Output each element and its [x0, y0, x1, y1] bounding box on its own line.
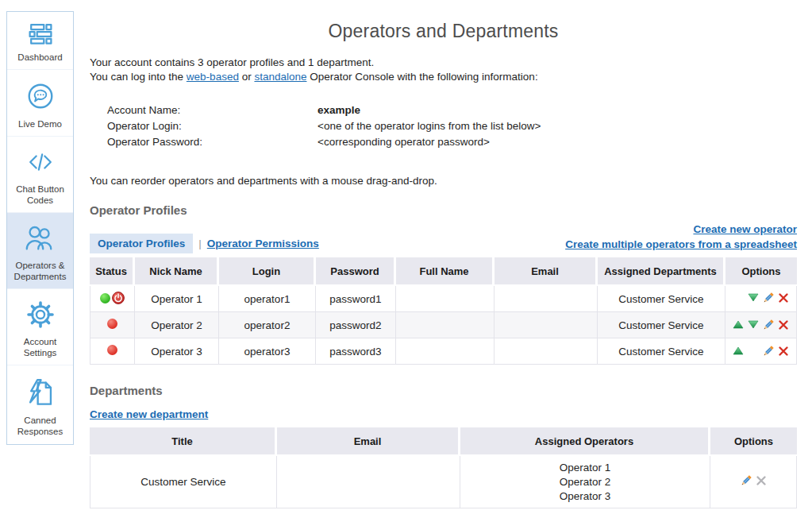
sidebar-item-account-settings[interactable]: Account Settings [7, 288, 73, 365]
sidebar-item-operators-departments[interactable]: Operators & Departments [7, 212, 73, 288]
operator-row: Operator 1 operator1 password1 Customer … [90, 286, 797, 312]
operator-row: Operator 2 operator2 password2 Customer … [90, 312, 797, 338]
operator-login-value: <one of the operator logins from the lis… [317, 118, 541, 134]
department-title-cell: Customer Service [90, 456, 277, 508]
standalone-link[interactable]: standalone [254, 71, 306, 83]
power-icon[interactable] [112, 292, 125, 304]
operator-login-label: Operator Login: [107, 118, 317, 134]
departments-table: Title Email Assigned Operators Options C… [90, 427, 797, 508]
live-demo-icon [27, 76, 54, 116]
tab-operator-profiles[interactable]: Operator Profiles [90, 234, 193, 253]
sidebar-item-label: Account Settings [9, 336, 71, 358]
create-new-department-link[interactable]: Create new department [90, 408, 208, 420]
delete-x-icon[interactable] [776, 318, 791, 331]
sidebar-item-label: Canned Responses [9, 415, 71, 437]
sidebar-item-canned-responses[interactable]: Canned Responses [7, 365, 73, 444]
options-cell [710, 456, 797, 508]
operator-action-links: Create new operator Create multiple oper… [565, 222, 797, 253]
sidebar-item-label: Operators & Departments [9, 260, 71, 282]
page-title: Operators and Departments [90, 21, 797, 42]
credentials-block: Account Name: example Operator Login: <o… [107, 102, 797, 150]
status-offline-icon [107, 319, 117, 329]
intro-line-2: You can log into the web-based or standa… [90, 70, 797, 84]
delete-x-disabled-icon [753, 474, 768, 488]
nick-name-cell: Operator 3 [135, 338, 219, 365]
options-cell [725, 312, 797, 338]
move-up-icon[interactable] [731, 344, 746, 358]
edit-pencil-icon[interactable] [761, 344, 776, 358]
operators-tabs: Operator Profiles | Operator Permissions [90, 234, 319, 253]
operators-table: Status Nick Name Login Password Full Nam… [90, 257, 797, 365]
department-email-cell [277, 456, 460, 508]
nick-name-cell: Operator 2 [135, 312, 219, 338]
assigned-departments-cell: Customer Service [598, 338, 725, 365]
tab-operator-permissions[interactable]: Operator Permissions [207, 238, 319, 249]
password-cell: password3 [316, 338, 396, 365]
account-settings-icon [26, 296, 55, 334]
intro-line-1: Your account contains 3 operator profile… [90, 56, 797, 70]
operators-departments-icon [25, 219, 56, 257]
assigned-operators-cell: Operator 1 Operator 2 Operator 3 [460, 456, 710, 508]
tab-separator: | [198, 238, 202, 249]
password-cell: password2 [316, 312, 396, 338]
create-multiple-operators-link[interactable]: Create multiple operators from a spreads… [565, 238, 797, 250]
login-cell: operator1 [219, 286, 316, 312]
operator-row: Operator 3 operator3 password3 Customer … [90, 338, 797, 365]
credential-row: Operator Password: <corresponding operat… [107, 134, 797, 150]
assigned-operator: Operator 3 [460, 489, 710, 504]
assigned-departments-cell: Customer Service [598, 312, 725, 338]
col-status: Status [90, 257, 135, 286]
col-options: Options [725, 257, 797, 286]
reorder-note: You can reorder operators and department… [90, 175, 797, 187]
col-email: Email [495, 257, 598, 286]
canned-responses-icon [27, 373, 54, 412]
login-cell: operator2 [219, 312, 316, 338]
col-login: Login [219, 257, 316, 286]
edit-pencil-icon[interactable] [761, 291, 776, 304]
create-new-operator-link[interactable]: Create new operator [693, 223, 797, 235]
email-cell [495, 312, 598, 338]
move-down-icon[interactable] [746, 291, 761, 304]
credential-row: Account Name: example [107, 102, 797, 118]
email-cell [495, 338, 598, 365]
departments-heading: Departments [90, 384, 797, 397]
col-assigned-operators: Assigned Operators [460, 427, 710, 456]
web-based-link[interactable]: web-based [187, 71, 239, 83]
edit-pencil-icon[interactable] [738, 474, 753, 488]
move-up-icon[interactable] [731, 318, 746, 331]
sidebar-item-live-demo[interactable]: Live Demo [7, 69, 73, 136]
department-row: Customer Service Operator 1 Operator 2 O… [90, 456, 797, 508]
credential-row: Operator Login: <one of the operator log… [107, 118, 797, 134]
main-content: Operators and Departments Your account c… [90, 0, 797, 508]
status-cell [90, 286, 135, 312]
operator-password-label: Operator Password: [107, 134, 317, 150]
login-cell: operator3 [219, 338, 316, 365]
chat-button-codes-icon [26, 143, 55, 181]
operator-profiles-heading: Operator Profiles [90, 203, 797, 217]
email-cell [495, 286, 598, 312]
assigned-operator: Operator 2 [460, 475, 710, 489]
col-assigned-departments: Assigned Departments [598, 257, 725, 286]
move-down-icon[interactable] [746, 318, 761, 331]
col-nick-name: Nick Name [135, 257, 219, 286]
assigned-operator: Operator 1 [460, 461, 710, 475]
full-name-cell [396, 338, 495, 365]
col-password: Password [316, 257, 396, 286]
sidebar-item-label: Dashboard [17, 52, 62, 63]
sidebar-item-label: Chat Button Codes [9, 184, 71, 206]
sidebar-item-dashboard[interactable]: Dashboard [7, 12, 73, 69]
status-online-icon [100, 293, 110, 303]
operators-table-toolbar: Operator Profiles | Operator Permissions… [90, 222, 797, 253]
dashboard-icon [29, 18, 52, 49]
sidebar: Dashboard Live Demo Chat Button Codes [6, 11, 74, 445]
delete-x-icon[interactable] [776, 291, 791, 304]
edit-pencil-icon[interactable] [761, 318, 776, 331]
status-cell [90, 312, 135, 338]
account-name-value: example [317, 102, 360, 118]
status-cell [90, 338, 135, 365]
password-cell: password1 [316, 286, 396, 312]
col-email: Email [277, 427, 460, 456]
sidebar-item-chat-button-codes[interactable]: Chat Button Codes [7, 136, 73, 212]
delete-x-icon[interactable] [776, 344, 791, 358]
assigned-departments-cell: Customer Service [598, 286, 725, 312]
